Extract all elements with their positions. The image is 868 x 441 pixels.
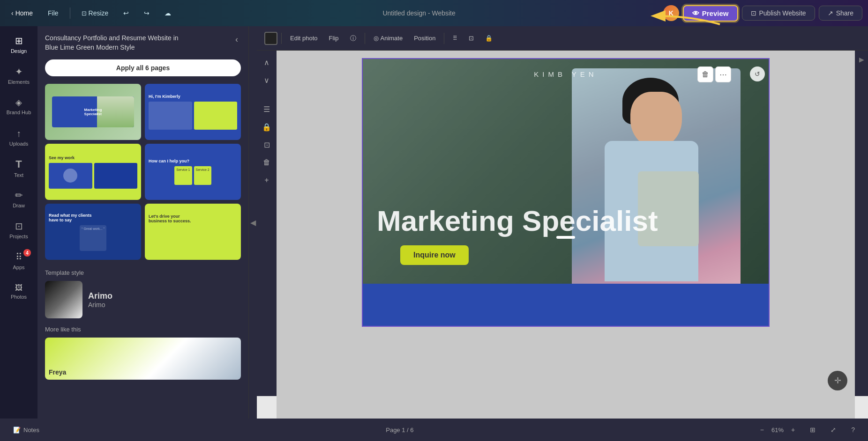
- hero-inquire-button[interactable]: Inquire now: [400, 245, 469, 265]
- sidebar-item-draw[interactable]: ✏ Draw: [2, 184, 36, 213]
- template-thumb-6[interactable]: Let's drive yourbusiness to success.: [145, 204, 241, 260]
- right-collapse-button[interactable]: ▶: [856, 54, 867, 65]
- duplicate-button[interactable]: ⊡: [259, 137, 275, 153]
- crop-button[interactable]: ⊡: [464, 32, 479, 44]
- divider: [444, 33, 444, 44]
- sidebar-item-projects[interactable]: ⊡ Projects: [2, 215, 36, 244]
- apps-badge: 4: [23, 249, 31, 257]
- lock-layers-button[interactable]: 🔒: [259, 119, 275, 135]
- save-cloud-button[interactable]: ☁: [159, 7, 177, 20]
- panel-close-button[interactable]: ‹: [232, 34, 241, 45]
- undo-button[interactable]: ↩: [118, 7, 135, 20]
- position-button[interactable]: Position: [409, 32, 440, 44]
- sidebar-item-design[interactable]: ⊞ Design: [2, 30, 36, 59]
- refresh-button[interactable]: ↺: [750, 66, 765, 81]
- more-thumb-1[interactable]: Freya: [45, 338, 241, 380]
- chevron-down-icon: ∨: [264, 76, 269, 85]
- template-thumb-4[interactable]: How can I help you? Service 1 Service 2: [145, 144, 241, 200]
- style-name: Arimo: [88, 291, 112, 301]
- compass-button[interactable]: ✛: [828, 371, 847, 390]
- scroll-down-button[interactable]: ∨: [259, 72, 275, 88]
- preview-button[interactable]: 👁 Preview: [683, 5, 738, 22]
- template-thumb-3[interactable]: See my work: [45, 144, 141, 200]
- avatar[interactable]: K: [663, 5, 679, 21]
- sidebar-item-uploads[interactable]: ↑ Uploads: [2, 123, 36, 152]
- text-icon: T: [15, 158, 22, 170]
- apply-all-button[interactable]: Apply all 6 pages: [45, 59, 241, 76]
- trash-icon: 🗑: [702, 70, 709, 79]
- scroll-up-button[interactable]: ∧: [259, 54, 275, 70]
- delete-button[interactable]: 🗑: [259, 154, 275, 170]
- help-button[interactable]: ?: [847, 425, 859, 435]
- notes-icon: 📝: [13, 426, 21, 434]
- hero-title-text[interactable]: Marketing Specialist: [377, 205, 675, 237]
- page-indicator: Page 1 / 6: [51, 426, 749, 434]
- design-icon: ⊞: [15, 35, 23, 46]
- redo-button[interactable]: ↪: [138, 7, 155, 20]
- design-title: Untitled design - Website: [180, 9, 657, 17]
- publish-button[interactable]: ⊡ Publish Website: [742, 6, 815, 21]
- add-section-button[interactable]: +: [259, 172, 275, 188]
- share-button[interactable]: ↗ Share: [819, 6, 862, 21]
- zoom-in-button[interactable]: −: [756, 425, 768, 435]
- sidebar-item-brand-hub[interactable]: ◈ Brand Hub: [2, 92, 36, 121]
- color-swatch[interactable]: [264, 32, 277, 45]
- notes-button[interactable]: 📝 Notes: [9, 425, 43, 435]
- resize-button[interactable]: ⊡ Resize: [76, 7, 114, 20]
- help-icon: ?: [851, 426, 855, 434]
- template-thumb-2[interactable]: Hi, I'm Kimberly: [145, 84, 241, 140]
- pagination-indicator: [556, 236, 575, 239]
- canvas-more-button[interactable]: ⋯: [715, 66, 731, 82]
- photo-toolbar: Edit photo Flip ⓘ ◎ Animate Position ⠿ ⊡: [257, 26, 868, 51]
- template-panel: Consultancy Portfolio and Resume Website…: [37, 26, 248, 419]
- canvas-actions: 🗑 ⋯: [697, 66, 731, 82]
- list-view-button[interactable]: ☰: [259, 101, 275, 117]
- cloud-icon: ☁: [165, 9, 171, 17]
- sidebar-item-apps[interactable]: ⠿ Apps 4: [2, 246, 36, 275]
- template-thumb-5[interactable]: Read what my clientshave to say “ Great …: [45, 204, 141, 260]
- info-icon: ⓘ: [350, 34, 356, 43]
- zoom-controls: − 61% +: [756, 425, 799, 435]
- design-canvas: 🗑 ⋯ KIMB YEN Marketing Specialist: [362, 58, 770, 327]
- edge-tools: ∧ ∨ ☰ 🔒 ⊡ 🗑 +: [257, 51, 277, 396]
- left-sidebar: ⊞ Design ✦ Elements ◈ Brand Hub ↑ Upload…: [0, 26, 37, 419]
- sidebar-item-elements[interactable]: ✦ Elements: [2, 61, 36, 90]
- flip-button[interactable]: Flip: [324, 32, 344, 44]
- fullscreen-icon: ⤢: [831, 426, 836, 434]
- photos-icon: 🖼: [15, 284, 22, 292]
- info-button[interactable]: ⓘ: [345, 32, 361, 45]
- canvas-scroll[interactable]: 🗑 ⋯ KIMB YEN Marketing Specialist: [277, 51, 855, 419]
- sidebar-item-text[interactable]: T Text: [2, 154, 36, 183]
- elements-icon: ✦: [15, 66, 23, 77]
- animate-button[interactable]: ◎ Animate: [369, 32, 408, 44]
- hide-panel-button[interactable]: ◀: [248, 26, 257, 419]
- hero-section: 🗑 ⋯ KIMB YEN Marketing Specialist: [363, 59, 769, 284]
- resize-icon: ⊡: [82, 10, 87, 17]
- more-like-label: More like this: [45, 326, 241, 333]
- close-icon: ‹: [235, 35, 238, 44]
- style-item[interactable]: Arimo Arimo: [45, 281, 241, 318]
- sidebar-item-photos[interactable]: 🖼 Photos: [2, 277, 36, 306]
- grid-view-icon: ⊞: [810, 426, 816, 434]
- more-like-section: More like this Freya: [45, 326, 241, 380]
- zoom-out-button[interactable]: +: [787, 425, 799, 435]
- canvas-delete-button[interactable]: 🗑: [697, 66, 713, 82]
- compass-icon: ✛: [834, 375, 841, 386]
- fullscreen-button[interactable]: ⤢: [827, 425, 840, 435]
- grid-view-button[interactable]: ⊞: [806, 425, 819, 435]
- edit-photo-button[interactable]: Edit photo: [285, 32, 322, 44]
- file-button[interactable]: File: [42, 7, 64, 20]
- divider: [70, 7, 70, 19]
- grid-button[interactable]: ⠿: [448, 32, 462, 44]
- brand-hub-icon: ◈: [15, 97, 22, 108]
- chevron-right-icon: ▶: [859, 56, 864, 63]
- right-edge: ▶: [855, 51, 868, 396]
- apps-icon: ⠿: [15, 251, 22, 263]
- eye-icon: 👁: [692, 9, 699, 17]
- template-thumb-1[interactable]: MarketingSpecialist: [45, 84, 141, 140]
- lock-button[interactable]: 🔒: [480, 32, 497, 44]
- uploads-icon: ↑: [16, 128, 21, 139]
- animate-icon: ◎: [374, 35, 379, 42]
- home-button[interactable]: ‹ Home: [6, 7, 38, 20]
- grid-icon: ⠿: [453, 35, 457, 42]
